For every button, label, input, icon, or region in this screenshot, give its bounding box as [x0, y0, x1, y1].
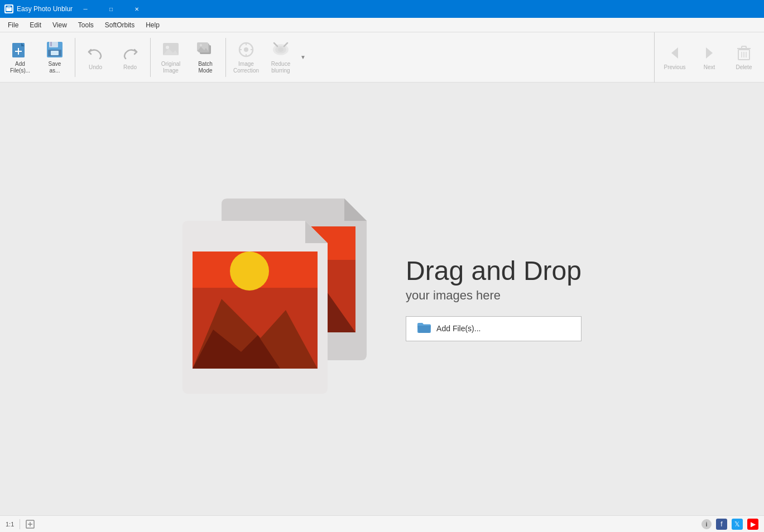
minimize-button[interactable]: ─: [73, 0, 98, 18]
menu-bar: File Edit View Tools SoftOrbits Help: [0, 18, 764, 32]
next-toolbar-button[interactable]: Next: [693, 35, 726, 80]
svg-rect-2: [7, 6, 11, 8]
status-bar: 1:1 i f 𝕏 ▶: [0, 515, 764, 532]
separator-2: [150, 38, 151, 77]
previous-label: Previous: [664, 64, 686, 71]
image-correction-toolbar-button[interactable]: ImageCorrection: [229, 35, 263, 80]
svg-marker-32: [671, 47, 678, 59]
youtube-icon[interactable]: ▶: [747, 519, 758, 530]
redo-label: Redo: [123, 64, 137, 71]
original-image-toolbar-button[interactable]: OriginalImage: [154, 35, 188, 80]
app-icon: [4, 4, 13, 13]
facebook-icon[interactable]: f: [716, 519, 727, 530]
toolbar-right: Previous Next D: [654, 32, 764, 83]
redo-toolbar-button[interactable]: Redo: [113, 35, 147, 80]
batch-mode-toolbar-button[interactable]: BatchMode: [189, 35, 222, 80]
menu-tools[interactable]: Tools: [73, 18, 99, 32]
svg-point-19: [200, 44, 202, 46]
menu-help[interactable]: Help: [140, 18, 165, 32]
main-drop-area[interactable]: Drag and Drop your images here Add File(…: [0, 83, 764, 515]
menu-file[interactable]: File: [2, 18, 24, 32]
delete-icon: [735, 44, 753, 62]
batch-mode-label: BatchMode: [198, 61, 213, 74]
svg-point-29: [278, 47, 284, 52]
previous-icon: [666, 44, 684, 62]
drop-content: Drag and Drop your images here Add File(…: [182, 193, 582, 405]
batch-mode-icon: [196, 41, 214, 59]
next-icon: [700, 44, 718, 62]
add-files-button-label: Add File(s)...: [436, 324, 480, 333]
info-icon[interactable]: i: [701, 519, 712, 529]
separator-1: [75, 38, 75, 77]
add-files-toolbar-button[interactable]: AddFile(s)...: [3, 35, 37, 80]
menu-view[interactable]: View: [47, 18, 73, 32]
status-bar-left: 1:1: [6, 519, 35, 529]
next-label: Next: [704, 64, 715, 71]
reduce-blurring-label: Reduceblurring: [271, 61, 290, 74]
status-bar-right: i f 𝕏 ▶: [701, 519, 758, 530]
save-as-toolbar-button[interactable]: Saveas...: [38, 35, 71, 80]
status-divider: [20, 519, 20, 529]
redo-icon: [121, 44, 139, 62]
more-toolbar-button[interactable]: ▼: [299, 35, 307, 80]
menu-edit[interactable]: Edit: [24, 18, 47, 32]
drag-drop-title: Drag and Drop: [406, 257, 582, 286]
add-files-drop-button[interactable]: Add File(s)...: [406, 316, 582, 341]
separator-3: [225, 38, 226, 77]
svg-point-14: [166, 46, 169, 49]
svg-rect-36: [742, 46, 746, 49]
twitter-icon[interactable]: 𝕏: [732, 519, 743, 530]
svg-point-26: [244, 47, 248, 52]
reduce-blurring-icon: [272, 41, 290, 59]
svg-rect-10: [50, 42, 52, 46]
save-as-label: Saveas...: [49, 61, 61, 74]
svg-rect-7: [18, 48, 19, 55]
close-button[interactable]: ✕: [124, 0, 150, 18]
add-files-label: AddFile(s)...: [10, 61, 30, 74]
menu-softorbits[interactable]: SoftOrbits: [99, 18, 140, 32]
svg-point-50: [230, 252, 269, 291]
image-illustration: [182, 193, 372, 405]
delete-toolbar-button[interactable]: Delete: [727, 35, 761, 80]
reduce-blurring-toolbar-button[interactable]: Reduceblurring: [264, 35, 297, 80]
title-bar: Easy Photo Unblur ─ □ ✕: [0, 0, 764, 18]
zoom-icon: [26, 520, 35, 529]
drop-zone-text: Drag and Drop your images here Add File(…: [406, 257, 582, 341]
undo-label: Undo: [89, 64, 102, 71]
undo-icon: [87, 44, 104, 62]
app-title: Easy Photo Unblur: [17, 5, 73, 13]
zoom-level: 1:1: [6, 521, 14, 528]
undo-toolbar-button[interactable]: Undo: [79, 35, 112, 80]
drag-drop-subtitle: your images here: [406, 288, 582, 303]
save-as-icon: [46, 41, 64, 59]
image-correction-icon: [237, 41, 255, 59]
svg-rect-12: [51, 51, 59, 55]
original-image-label: OriginalImage: [161, 61, 180, 74]
toolbar: AddFile(s)... Saveas... Undo: [0, 32, 764, 83]
maximize-button[interactable]: □: [98, 0, 124, 18]
svg-marker-33: [706, 47, 713, 59]
previous-toolbar-button[interactable]: Previous: [658, 35, 691, 80]
image-correction-label: ImageCorrection: [233, 61, 259, 74]
folder-icon: [417, 322, 431, 335]
window-controls: ─ □ ✕: [73, 0, 150, 18]
original-image-icon: [162, 41, 180, 59]
delete-label: Delete: [736, 64, 752, 71]
add-files-icon: [11, 41, 29, 59]
